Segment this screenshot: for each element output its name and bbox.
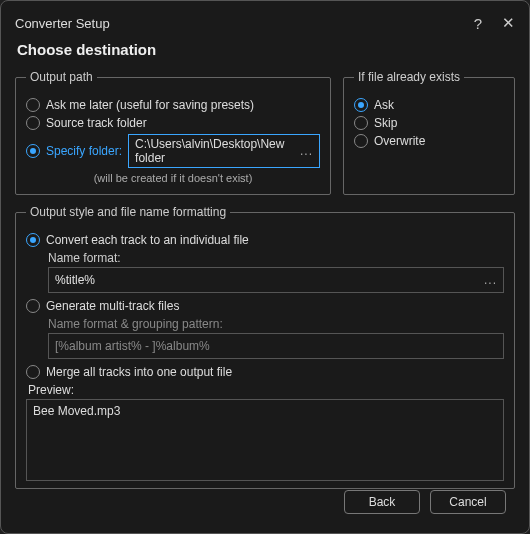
file-exists-legend: If file already exists (354, 70, 464, 84)
radio-exists-overwrite[interactable] (354, 134, 368, 148)
radio-exists-skip[interactable] (354, 116, 368, 130)
label-individual: Convert each track to an individual file (46, 233, 249, 247)
help-icon[interactable]: ? (474, 15, 482, 32)
radio-source-folder[interactable] (26, 116, 40, 130)
grouping-label: Name format & grouping pattern: (48, 317, 504, 331)
back-button[interactable]: Back (344, 490, 420, 514)
file-exists-group: If file already exists Ask Skip Overwrit… (343, 70, 515, 195)
format-legend: Output style and file name formatting (26, 205, 230, 219)
preview-box: Bee Moved.mp3 (26, 399, 504, 481)
name-format-label: Name format: (48, 251, 504, 265)
radio-individual[interactable] (26, 233, 40, 247)
format-group: Output style and file name formatting Co… (15, 205, 515, 489)
name-format-more-icon[interactable]: ... (484, 273, 497, 287)
grouping-value: [%album artist% - ]%album% (55, 339, 210, 353)
folder-path-input[interactable]: C:\Users\alvin\Desktop\New folder ... (128, 134, 320, 168)
radio-specify-folder[interactable] (26, 144, 40, 158)
radio-merge[interactable] (26, 365, 40, 379)
preview-label: Preview: (28, 383, 504, 397)
label-exists-overwrite: Overwrite (374, 134, 425, 148)
radio-exists-ask[interactable] (354, 98, 368, 112)
grouping-input: [%album artist% - ]%album% (48, 333, 504, 359)
page-title: Choose destination (17, 41, 515, 58)
close-icon[interactable]: ✕ (502, 14, 515, 32)
output-path-group: Output path Ask me later (useful for sav… (15, 70, 331, 195)
label-specify-folder: Specify folder: (46, 144, 122, 158)
folder-hint: (will be created if it doesn't exist) (26, 172, 320, 184)
name-format-value: %title% (55, 273, 95, 287)
window-title: Converter Setup (15, 16, 110, 31)
name-format-input[interactable]: %title% ... (48, 267, 504, 293)
label-source-folder: Source track folder (46, 116, 147, 130)
cancel-button[interactable]: Cancel (430, 490, 506, 514)
label-exists-ask: Ask (374, 98, 394, 112)
output-path-legend: Output path (26, 70, 97, 84)
radio-multi[interactable] (26, 299, 40, 313)
preview-value: Bee Moved.mp3 (33, 404, 120, 418)
browse-folder-icon[interactable]: ... (300, 144, 313, 158)
label-exists-skip: Skip (374, 116, 397, 130)
radio-ask-later[interactable] (26, 98, 40, 112)
folder-path-value: C:\Users\alvin\Desktop\New folder (135, 137, 300, 165)
label-multi: Generate multi-track files (46, 299, 179, 313)
label-merge: Merge all tracks into one output file (46, 365, 232, 379)
label-ask-later: Ask me later (useful for saving presets) (46, 98, 254, 112)
